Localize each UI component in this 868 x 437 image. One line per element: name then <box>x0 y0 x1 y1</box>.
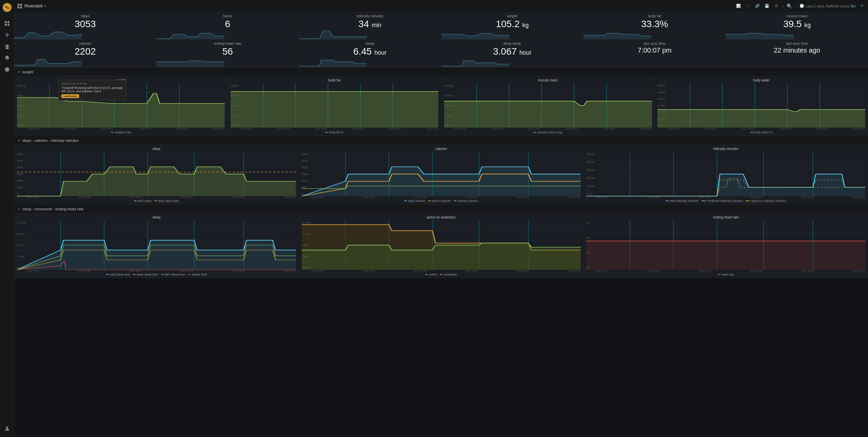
sleep-label: sleep <box>302 42 438 45</box>
steps-chart-y: 6000500040003000200010000 <box>17 152 26 196</box>
sidebar-user-icon[interactable] <box>3 425 11 432</box>
sidebar-layers-icon[interactable] <box>3 43 11 50</box>
topbar-left: Rivendell ▾ <box>17 3 735 9</box>
intensity-chart-title: intensity minutes <box>586 147 865 151</box>
activesedentary-x: 10/27 00:0010/27 08:0010/27 16:0010/28 0… <box>302 270 581 272</box>
svg-marker-16 <box>584 33 651 39</box>
svg-marker-41 <box>231 92 438 128</box>
steps-chart-title: steps <box>17 147 296 151</box>
svg-rect-1 <box>5 21 7 23</box>
app-logo[interactable] <box>2 3 12 12</box>
steps-toggle[interactable]: ∨ <box>18 138 20 142</box>
calories-chart-y: 300025002000150010005000 <box>302 152 311 196</box>
restinghr-chart-legend: heart rate <box>586 273 865 276</box>
bodywater-chart-title: body water <box>657 78 865 82</box>
intensity-chart-legend: total intensity minutes moderate intensi… <box>586 199 865 203</box>
sleep-chart-title: sleep <box>17 215 296 219</box>
restinghr-chart-y: 80604020 <box>586 221 596 270</box>
svg-rect-9 <box>20 4 22 6</box>
weight-label: weight <box>445 14 580 18</box>
weight-chart-svg <box>17 83 225 128</box>
restinghr-chart-x: 10/27 00:0010/27 08:0010/27 16:0010/28 0… <box>586 270 865 272</box>
stat-tile-deepsleep: deep sleep 3.067 hour <box>441 40 584 67</box>
activesedentary-chart: active vs sedentary 14 hour11 hour8 hour… <box>299 213 584 278</box>
sidebar-bell-icon[interactable] <box>3 54 11 62</box>
intensity-chart-x: 10/27 00:0010/27 08:0010/27 16:0010/28 0… <box>586 196 865 198</box>
topbar-right: 📊 ☆ 🔗 💾 ⚙ ‹ 🔍 › 🕐 Last 2 days Refresh ev… <box>735 3 865 10</box>
steps-section-title: steps - calories - intensity minutes <box>22 138 79 142</box>
stat-row-1: steps 3053 floors 6 intensity minutes <box>14 12 868 40</box>
steps-minichart <box>14 29 82 39</box>
svg-rect-11 <box>20 6 22 8</box>
bodyfat-x-labels: 10/27 00:0010/27 08:0010/27 16:0010/28 0… <box>231 128 438 130</box>
musclemass-x-labels: 10/27 00:0010/27 08:0010/27 16:0010/28 0… <box>444 128 652 130</box>
weight-charts: weight 108 kg106 kg104 kg102 kg100 kg <box>14 76 868 136</box>
weight-section-header: ∨ weight <box>14 68 868 76</box>
deepsleep-value: 3.067 hour <box>445 47 580 56</box>
synctime1-label: last sync time <box>587 42 722 45</box>
calories-chart-title: calories <box>302 147 581 151</box>
floors-label: floors <box>160 14 295 18</box>
weight-toggle[interactable]: ∨ <box>18 70 20 74</box>
sidebar-plus-icon[interactable] <box>3 31 11 39</box>
musclemass-legend: muscle mass in kg <box>444 131 652 134</box>
stat-tile-synctime2: last sync time 22 minutes ago <box>726 40 868 67</box>
svg-marker-51 <box>444 101 652 128</box>
calories-chart: calories 300025002000150010005000 <box>299 145 584 204</box>
bodyfat-value: 33.3% <box>587 19 722 29</box>
musclemass-value: 39.5 kg <box>729 19 865 29</box>
sidebar-gear-icon[interactable] <box>3 66 11 73</box>
nav-search[interactable]: 🔍 <box>787 3 792 9</box>
weight-chart-title: weight <box>17 78 225 82</box>
weight-section-title: weight <box>22 70 33 74</box>
bodyfat-label: body fat <box>587 14 722 18</box>
calories-chart-x: 10/27 00:0010/27 08:0010/27 16:0010/28 0… <box>302 196 581 198</box>
star-icon[interactable]: ☆ <box>745 3 751 10</box>
clock-icon: 🕐 <box>800 4 804 8</box>
stat-tile-synctime1: last sync time 7:00:07 pm <box>584 40 726 67</box>
nav-back[interactable]: ‹ <box>783 3 784 9</box>
link-icon[interactable]: 🔗 <box>754 3 761 10</box>
sleep-toggle[interactable]: ∨ <box>18 207 20 211</box>
restinghr-label: resting heart rate <box>160 42 295 45</box>
last-period: Last 2 days <box>806 4 825 8</box>
activesedentary-legend: active sedentary <box>302 273 581 276</box>
sleep-chart-x: 10/27 00:0010/27 08:0010/27 16:0010/28 0… <box>17 270 296 272</box>
stat-tile-floors: floors 6 <box>157 12 299 39</box>
sidebar-grid-icon[interactable] <box>3 20 11 27</box>
refresh-icon[interactable]: ⟳ <box>859 3 865 10</box>
steps-chart-x: 10/27 00:0010/27 08:0010/27 16:0010/28 0… <box>17 196 296 198</box>
sleep-chart-y: 11 hour8 hour6 hour3 hour0 ns <box>17 221 26 270</box>
nav-forward[interactable]: › <box>795 3 797 9</box>
bodyfat-chart: body fat 34.0%33.0%32.0%31.0%30.0% <box>228 76 441 136</box>
refresh-label: Refresh every <box>826 4 849 8</box>
grid-icon <box>17 3 22 9</box>
share-icon[interactable]: 📊 <box>735 3 742 10</box>
svg-point-7 <box>6 426 8 429</box>
topbar: Rivendell ▾ 📊 ☆ 🔗 💾 ⚙ ‹ 🔍 › 🕐 Last 2 day… <box>14 0 868 12</box>
sidebar <box>0 0 14 437</box>
svg-marker-31 <box>17 94 225 128</box>
synctime2-value: 22 minutes ago <box>729 47 865 54</box>
settings-icon[interactable]: ⚙ <box>773 3 780 10</box>
intensity-value: 34 min <box>302 19 438 29</box>
sleep-chart-legend: total sleep time deep sleep time light s… <box>17 273 296 276</box>
title-chevron[interactable]: ▾ <box>44 4 46 8</box>
weight-x-labels: 10/27 00:0010/27 08:0010/27 16:0010/28 0… <box>17 128 225 130</box>
svg-rect-10 <box>17 6 19 8</box>
stat-row-2: calories 2202 resting heart rate 56 slee… <box>14 40 868 68</box>
svg-rect-8 <box>17 4 19 6</box>
deepsleep-label: deep sleep <box>445 42 580 45</box>
svg-rect-2 <box>7 21 9 23</box>
sleep-charts: sleep 11 hour8 hour6 hour3 hour0 ns <box>14 213 868 278</box>
steps-label: steps <box>18 14 153 18</box>
svg-marker-96 <box>586 174 865 196</box>
sleep-value: 6.45 hour <box>302 47 438 56</box>
synctime1-value: 7:00:07 pm <box>587 47 722 54</box>
stat-tile-calories: calories 2202 <box>14 40 156 67</box>
save-icon[interactable]: 💾 <box>764 3 770 10</box>
stat-tile-sleep: sleep 6.45 hour <box>299 40 441 67</box>
stat-tile-steps: steps 3053 <box>14 12 156 39</box>
svg-marker-14 <box>299 31 367 39</box>
intensity-label: intensity minutes <box>302 14 438 18</box>
